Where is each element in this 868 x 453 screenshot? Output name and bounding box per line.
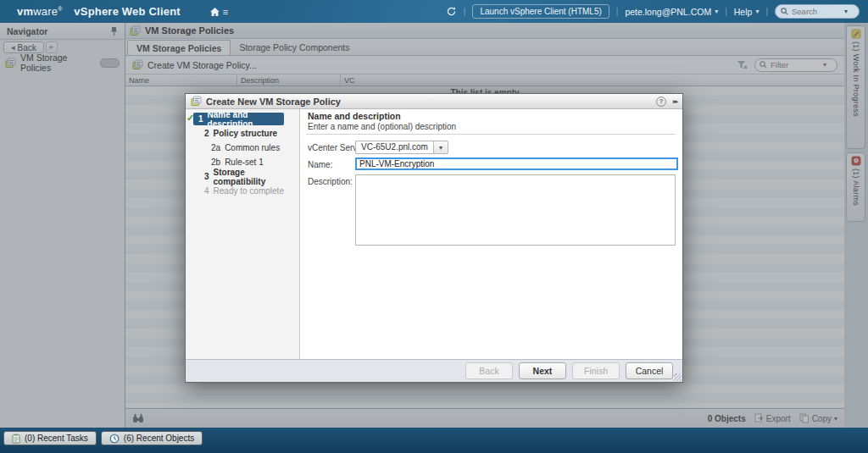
chevron-down-icon[interactable]: ▾ — [433, 141, 448, 154]
logo-ware: ware — [33, 5, 58, 18]
cancel-button[interactable]: Cancel — [626, 362, 673, 379]
step-number: 2 — [204, 129, 209, 138]
app-header: vmware® vSphere Web Client ≡ | Launch vS… — [0, 0, 868, 23]
policy-description-textarea[interactable] — [355, 174, 676, 246]
bottom-taskbar: (0) Recent Tasks (6) Recent Objects — [0, 428, 868, 453]
header-separator: | — [464, 7, 466, 16]
wizard-steps-panel: ✓ 1Name and description 2Policy structur… — [186, 109, 300, 359]
dialog-footer: Back Next Finish Cancel — [186, 359, 682, 382]
header-separator: | — [616, 7, 619, 16]
next-button[interactable]: Next — [519, 362, 566, 379]
recent-objects-button[interactable]: (6) Recent Objects — [101, 431, 203, 445]
dialog-resize-handle[interactable] — [674, 373, 682, 381]
dialog-help-icon[interactable]: ? — [656, 97, 666, 107]
recent-objects-icon — [109, 434, 120, 444]
step-number: 1 — [198, 114, 203, 124]
recent-tasks-label: (0) Recent Tasks — [25, 434, 88, 443]
create-vm-storage-policy-dialog: Create New VM Storage Policy ? ▸▸ ✓ 1Nam… — [185, 93, 683, 383]
help-menu-label: Help — [734, 7, 753, 17]
vcenter-server-select[interactable]: VC-65U2.pnl.com ▾ — [355, 141, 448, 154]
user-menu[interactable]: pete.long@PNL.COM ▾ — [625, 7, 718, 17]
content-heading: Name and description — [308, 111, 401, 121]
dialog-title: Create New VM Storage Policy — [206, 97, 341, 107]
chevron-down-icon: ▾ — [715, 8, 718, 15]
header-separator: | — [765, 7, 768, 16]
finish-button[interactable]: Finish — [572, 362, 620, 379]
recent-tasks-button[interactable]: (0) Recent Tasks — [3, 431, 97, 445]
help-menu[interactable]: Help ▾ — [734, 7, 760, 17]
product-name: vSphere Web Client — [74, 5, 180, 18]
step-label: Ready to complete — [214, 186, 284, 196]
vm-storage-policy-icon — [191, 96, 202, 107]
search-input[interactable] — [792, 7, 841, 16]
wizard-content-panel: Name and description Enter a name and (o… — [300, 109, 682, 359]
step-label: Policy structure — [214, 129, 278, 138]
content-subheading: Enter a name and (optional) description — [308, 122, 456, 131]
description-label: Description: — [308, 177, 353, 186]
home-icon[interactable] — [209, 7, 220, 17]
recent-tasks-icon — [12, 434, 20, 444]
policy-name-input[interactable] — [355, 157, 678, 170]
step-number: 2b — [211, 157, 220, 167]
wizard-step-ready-to-complete: 4Ready to complete — [186, 184, 299, 198]
menu-icon[interactable]: ≡ — [223, 7, 228, 17]
vsphere-web-client-window: vmware® vSphere Web Client ≡ | Launch vS… — [0, 0, 868, 453]
back-button[interactable]: Back — [465, 362, 513, 379]
launch-vsphere-client-button[interactable]: Launch vSphere Client (HTML5) — [472, 4, 609, 19]
step-label: Common rules — [225, 143, 280, 152]
step-number: 3 — [204, 172, 209, 181]
step-number: 4 — [204, 186, 209, 196]
vmware-logo: vmware® vSphere Web Client — [17, 5, 181, 18]
name-label: Name: — [308, 160, 332, 169]
step-complete-check-icon: ✓ — [186, 113, 194, 124]
dialog-title-bar[interactable]: Create New VM Storage Policy ? ▸▸ — [186, 94, 682, 109]
recent-objects-label: (6) Recent Objects — [124, 434, 194, 443]
user-menu-label: pete.long@PNL.COM — [625, 7, 711, 17]
step-number: 2a — [211, 143, 220, 152]
header-separator: | — [725, 7, 727, 16]
wizard-step-common-rules[interactable]: 2aCommon rules — [186, 141, 299, 155]
logo-vm: vm — [17, 5, 33, 18]
vcenter-server-value: VC-65U2.pnl.com — [355, 141, 433, 154]
wizard-step-name-and-description[interactable]: ✓ 1Name and description — [186, 112, 299, 126]
content-divider — [306, 134, 676, 135]
search-icon — [781, 8, 788, 15]
wizard-step-policy-structure[interactable]: 2Policy structure — [186, 126, 299, 141]
step-label: Rule-set 1 — [225, 157, 264, 167]
dialog-collapse-icon[interactable]: ▸▸ — [673, 98, 677, 105]
refresh-icon[interactable] — [446, 6, 457, 17]
logo-registered-mark: ® — [58, 6, 62, 12]
chevron-down-icon: ▾ — [755, 8, 759, 15]
global-search-box[interactable]: ▾ — [775, 4, 860, 19]
chevron-down-icon[interactable]: ▾ — [844, 8, 848, 15]
wizard-step-storage-compatibility[interactable]: 3Storage compatibility — [186, 169, 299, 184]
